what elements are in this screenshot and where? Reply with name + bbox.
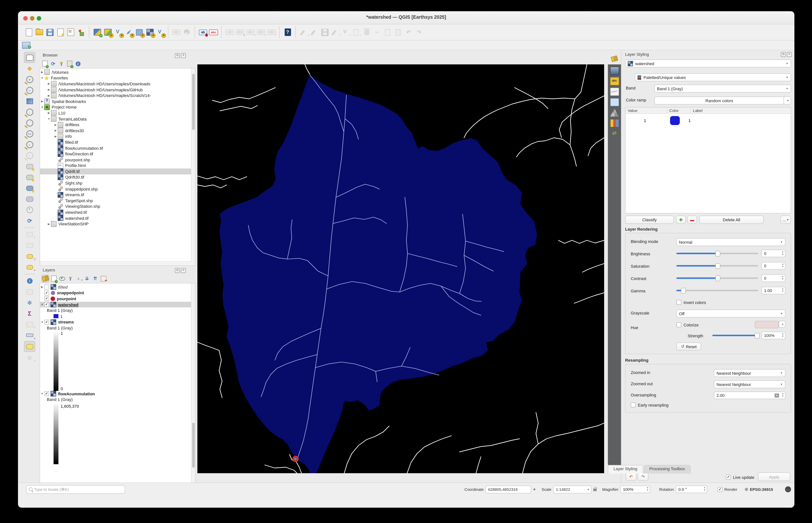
attributes-form-tab-icon[interactable] xyxy=(610,98,619,106)
statistics-panel-button[interactable]: Σ xyxy=(24,308,35,319)
reset-button[interactable]: ↺Reset xyxy=(676,343,701,350)
pan-map-button[interactable] xyxy=(24,52,35,63)
identify-features-button[interactable]: i xyxy=(24,276,35,286)
layer-item-streams[interactable]: ▼✓streams xyxy=(40,319,191,325)
multiedit-tab-icon[interactable] xyxy=(610,119,619,127)
add-mesh-layer-button[interactable]: ✳ xyxy=(124,27,134,37)
browser-item[interactable]: ▶driftless xyxy=(40,122,191,128)
refresh-browser-icon[interactable]: ⟳ xyxy=(50,60,56,67)
style-undo-button[interactable]: ↶ xyxy=(626,472,636,481)
browser-item[interactable]: streams.tif xyxy=(40,192,191,198)
live-update-checkbox[interactable]: ✓ xyxy=(726,475,731,480)
classify-button[interactable]: Classify xyxy=(625,216,674,224)
new-print-layout-button[interactable] xyxy=(55,27,65,37)
layer-checkbox[interactable] xyxy=(44,285,49,290)
grayscale-select[interactable]: Off▼ xyxy=(676,310,785,318)
properties-widget-icon[interactable]: i xyxy=(74,60,81,67)
tab-processing-toolbox[interactable]: Processing Toolbox xyxy=(643,465,690,473)
add-selected-layers-icon[interactable] xyxy=(41,60,48,67)
zoomed-out-select[interactable]: Nearest Neighbour▼ xyxy=(714,380,785,388)
add-group-icon[interactable] xyxy=(51,275,57,282)
browser-item[interactable]: ViewingStation.shp xyxy=(40,203,191,209)
layers-vscrollbar[interactable] xyxy=(191,283,195,483)
browser-item[interactable]: ▶/Volumes/Macintosh HD/Users/maples/Scra… xyxy=(40,93,191,98)
vertex-tool-icon[interactable]: ▾ xyxy=(341,27,351,37)
browser-item[interactable]: ▶ViewStationSHP xyxy=(40,221,191,227)
saturation-spin[interactable]: 0▲▼ xyxy=(761,262,785,270)
layer-item-pourpoint[interactable]: ✓pourpoint xyxy=(40,296,191,302)
layer-item-snappedpoint[interactable]: ✓snappedpoint xyxy=(40,290,191,296)
brightness-slider[interactable] xyxy=(676,251,758,256)
layer-checkbox[interactable]: ✓ xyxy=(44,296,49,301)
browser-item[interactable]: ▶Spatial Bookmarks xyxy=(40,98,191,104)
layer-checkbox[interactable]: ✓ xyxy=(44,290,49,295)
style-redo-button[interactable]: ↷ xyxy=(638,472,648,481)
browser-item[interactable]: flowDirection.tif xyxy=(40,151,191,157)
undo-icon[interactable]: ↶ xyxy=(404,27,413,37)
early-resampling-row[interactable]: Early resampling xyxy=(631,402,669,407)
temporal-controller-button[interactable] xyxy=(24,205,35,215)
remove-layer-icon[interactable]: ▬ xyxy=(100,275,107,282)
contrast-slider[interactable] xyxy=(676,275,758,281)
gamma-slider[interactable] xyxy=(676,288,758,293)
browser-item-selected[interactable]: Qdrift.tif xyxy=(40,168,191,174)
advanced-options-button[interactable]: ...▼ xyxy=(780,216,791,224)
bookmark-manager-button[interactable] xyxy=(24,183,35,193)
copy-features-icon[interactable] xyxy=(383,27,392,37)
render-group[interactable]: ✓ Render xyxy=(718,485,737,493)
processing-toolbox-button[interactable]: ✻ xyxy=(24,297,35,308)
remove-value-button[interactable]: ▬ xyxy=(687,216,697,224)
gamma-spin[interactable]: 1.00▲▼ xyxy=(761,287,785,294)
crs-status[interactable]: EPSG:26915 xyxy=(750,487,773,491)
digitize-icon[interactable]: ▾ xyxy=(330,27,340,37)
styling-tab-symbology-active[interactable] xyxy=(608,53,621,65)
close-panel-icon[interactable]: ✕ xyxy=(181,53,186,58)
pan-to-selection-button[interactable]: ✥ xyxy=(24,64,35,74)
browser-item[interactable]: ▶/Volumes xyxy=(40,69,191,75)
styling-layer-select[interactable]: watershed▼ xyxy=(625,59,791,67)
zoom-out-button[interactable]: − xyxy=(24,85,35,95)
renderer-select[interactable]: Paletted/Unique values▼ xyxy=(635,73,791,81)
color-ramp-menu-button[interactable]: ▼ xyxy=(783,96,791,105)
layer-item-flowacummulation[interactable]: ▼✓flowAcummulation xyxy=(40,391,191,397)
select-features-button[interactable]: ▾ xyxy=(24,230,35,240)
column-header[interactable]: Label xyxy=(691,108,791,113)
browser-item[interactable]: filled.tif xyxy=(40,139,191,145)
zoom-full-button[interactable] xyxy=(24,96,35,106)
magnifier-spin[interactable]: 100%▲▼ xyxy=(620,486,650,493)
scale-combobox[interactable]: 1:14822▼ xyxy=(553,485,592,493)
new-bookmark-button[interactable] xyxy=(24,161,35,172)
class-row[interactable]: 1 1 xyxy=(625,114,791,127)
contrast-spin[interactable]: 0▲▼ xyxy=(761,274,785,282)
labels-tab-icon[interactable]: abc xyxy=(610,77,619,85)
run-feature-action-button[interactable]: ⚙▾ xyxy=(24,353,35,363)
float-panel-icon[interactable]: ⧉ xyxy=(175,268,180,273)
band-select[interactable]: Band 1 (Gray)▼ xyxy=(654,85,791,92)
strength-spin[interactable]: 100%▲▼ xyxy=(761,332,785,339)
layer-diagram-button[interactable]: abc xyxy=(209,27,218,37)
add-value-button[interactable]: ✚ xyxy=(676,216,686,224)
browser-item[interactable]: Qdrift30.tif xyxy=(40,174,191,180)
early-resampling-checkbox[interactable] xyxy=(631,402,636,407)
temporal-panel-button[interactable] xyxy=(24,194,35,204)
messages-icon[interactable]: … xyxy=(785,486,791,492)
text-annotation-icon[interactable]: abc xyxy=(172,27,181,37)
collapse-all-icon[interactable]: ⇈ xyxy=(92,275,99,282)
messages-group[interactable]: … xyxy=(785,485,791,493)
oversampling-spin[interactable]: 2.00✕▲▼ xyxy=(714,392,785,399)
deselect-features-button[interactable]: ⃠ xyxy=(24,251,35,261)
layer-labeling-button[interactable]: ab xyxy=(198,27,208,37)
browser-item[interactable]: ▶info xyxy=(40,133,191,139)
browser-item[interactable]: watershed.tif xyxy=(40,215,191,221)
browser-item[interactable]: pourpoint.shp xyxy=(40,157,191,163)
browser-item[interactable]: snappedpoint.shp xyxy=(40,186,191,192)
filter-browser-icon[interactable] xyxy=(58,60,65,67)
help-button[interactable]: ? xyxy=(283,27,293,37)
browser-item[interactable]: flowAcummulation.tif xyxy=(40,145,191,151)
rotate-label-icon[interactable]: abc↻ xyxy=(256,27,266,37)
collapse-all-icon[interactable] xyxy=(66,60,73,67)
column-header[interactable]: Color xyxy=(667,108,691,113)
class-color-swatch[interactable] xyxy=(670,116,680,125)
filter-by-expression-icon[interactable]: ε▾ xyxy=(75,275,82,282)
measure-button[interactable]: ▾ xyxy=(24,330,35,340)
